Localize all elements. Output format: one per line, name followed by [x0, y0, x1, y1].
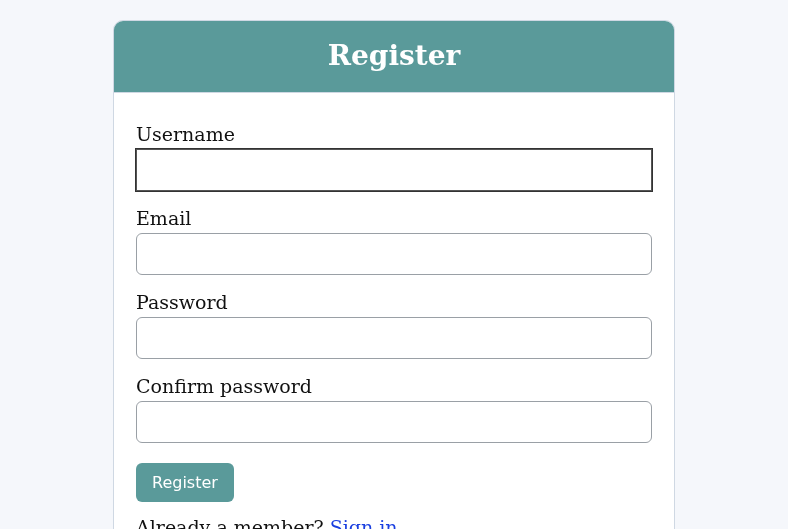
email-input[interactable] — [136, 233, 652, 275]
password-input[interactable] — [136, 317, 652, 359]
form-group-password: Password — [136, 291, 652, 359]
form-group-email: Email — [136, 207, 652, 275]
username-label: Username — [136, 123, 652, 145]
card-header: Register — [114, 21, 674, 93]
email-label: Email — [136, 207, 652, 229]
card-body: Username Email Password Confirm password… — [114, 93, 674, 529]
signin-link[interactable]: Sign in — [330, 516, 398, 529]
register-form: Username Email Password Confirm password… — [136, 123, 652, 529]
confirm-password-input[interactable] — [136, 401, 652, 443]
page-title: Register — [124, 39, 664, 72]
confirm-password-label: Confirm password — [136, 375, 652, 397]
password-label: Password — [136, 291, 652, 313]
form-group-username: Username — [136, 123, 652, 191]
form-group-confirm-password: Confirm password — [136, 375, 652, 443]
register-card: Register Username Email Password Confirm… — [113, 20, 675, 529]
signin-prompt: Already a member? — [136, 516, 330, 529]
username-input[interactable] — [136, 149, 652, 191]
register-button[interactable]: Register — [136, 463, 234, 502]
signin-row: Already a member? Sign in — [136, 516, 652, 529]
